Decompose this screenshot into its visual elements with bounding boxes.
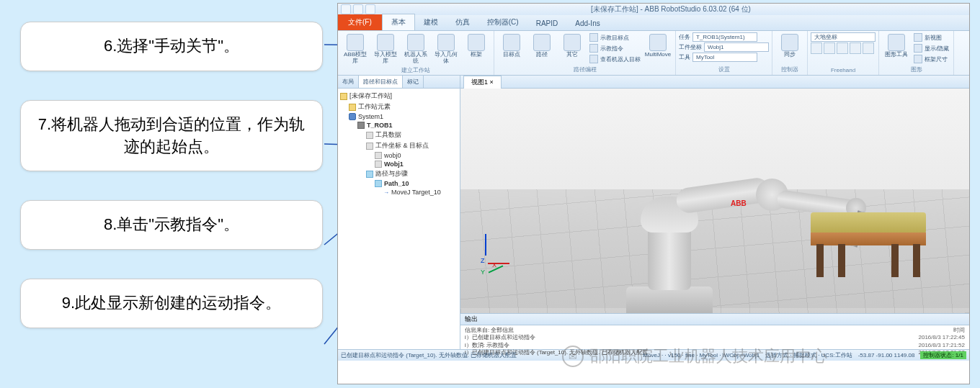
callout-step6: 6.选择"手动关节"。: [20, 22, 323, 71]
callout-step7: 7.将机器人拖动到合适的位置，作为轨迹的起始点。: [20, 100, 323, 172]
status-coords: -53.87 -91.00 1149.08: [858, 352, 915, 358]
btn-graphics-tool[interactable]: 图形工具: [882, 32, 911, 60]
btn-frame-size[interactable]: 框架尺寸: [912, 54, 950, 64]
task-select[interactable]: T_ROB1(System1): [692, 32, 757, 42]
controller-status: 控制器状态: 1/1: [920, 351, 966, 359]
file-tab[interactable]: 文件(F): [338, 14, 382, 30]
btn-path[interactable]: 路径: [527, 32, 556, 60]
geometry-icon: [437, 34, 455, 51]
abb-logo: ABB: [731, 199, 747, 207]
tab-controller[interactable]: 控制器(C): [478, 14, 527, 30]
robot-task-icon: [357, 122, 365, 129]
wobj-item-icon: [375, 152, 382, 159]
status-move: MoveJ · · v150 · fine · MyTool · \WObj:=…: [643, 352, 760, 358]
group-settings-title: 设置: [679, 66, 769, 73]
show-hide-icon: [914, 44, 922, 53]
ribbon-tabs: 文件(F) 基本 建模 仿真 控制器(C) RAPID Add-Ins: [338, 15, 969, 31]
group-build-title: 建立工作站: [341, 66, 491, 74]
window-title: [未保存工作站] - ABB RobotStudio 6.03.02 (64 位…: [375, 4, 966, 14]
tree-paths-procs[interactable]: 路径与步骤: [340, 168, 458, 179]
tree-trob1[interactable]: T_ROB1: [340, 121, 458, 130]
btn-other[interactable]: 其它: [558, 32, 587, 60]
freehand-move-icon[interactable]: [811, 42, 822, 54]
coord-select[interactable]: 大地坐标: [811, 32, 876, 42]
btn-view-robot-targets[interactable]: 查看机器人目标: [588, 54, 642, 64]
frame-icon: [468, 34, 485, 51]
tree-wobj0[interactable]: wobj0: [340, 151, 458, 160]
title-bar: [未保存工作站] - ABB RobotStudio 6.03.02 (64 位…: [338, 4, 969, 15]
tool-select[interactable]: MyTool: [692, 53, 757, 62]
btn-teach-target[interactable]: 示教目标点: [588, 32, 642, 42]
btn-show-hide[interactable]: 显示/隐藏: [912, 43, 950, 53]
move-instr-icon: →: [383, 189, 389, 196]
import-lib-icon: [377, 34, 394, 51]
wobj-icon: [366, 143, 373, 150]
wobj-select[interactable]: Wobj1: [704, 42, 769, 52]
tree-view[interactable]: [未保存工作站] 工作站元素 System1 T_ROB1 工具数据 工件坐标 …: [338, 89, 460, 349]
group-ctrl-title: 控制器: [775, 66, 804, 73]
panel-tab-layout[interactable]: 布局: [338, 76, 359, 88]
qat-undo-icon[interactable]: [353, 4, 363, 14]
browser-panel: 布局 路径和目标点 标记 [未保存工作站] 工作站元素 System1 T_RO…: [338, 76, 460, 349]
station-icon: [340, 93, 347, 100]
btn-frame[interactable]: 框架: [462, 32, 491, 60]
btn-teach-instruction[interactable]: 示教指令: [588, 43, 642, 53]
path-icon: [533, 34, 551, 51]
tree-station-elements[interactable]: 工作站元素: [340, 101, 458, 112]
btn-import-geom[interactable]: 导入几何体: [432, 32, 460, 66]
btn-target[interactable]: 目标点: [497, 32, 526, 60]
qat-save-icon[interactable]: [341, 4, 351, 14]
tree-tooldata[interactable]: 工具数据: [340, 130, 458, 140]
eye-icon: [888, 34, 905, 51]
tab-basic[interactable]: 基本: [382, 14, 415, 30]
callout-step9: 9.此处显示新创建的运动指令。: [20, 279, 323, 328]
tree-path10[interactable]: Path_10: [340, 179, 458, 188]
tab-rapid[interactable]: RAPID: [527, 17, 567, 30]
view-tab-1[interactable]: 视图1 ×: [463, 76, 502, 89]
freehand-jog-linear-icon[interactable]: [850, 42, 861, 54]
callout-step8: 8.单击"示教指令"。: [20, 200, 323, 250]
work-fixture[interactable]: [811, 212, 926, 277]
robot-lib-icon: [347, 34, 364, 51]
group-graphics-title: 图形: [882, 66, 950, 73]
tree-movej-target10[interactable]: →MoveJ Target_10: [340, 188, 458, 197]
tab-addins[interactable]: Add-Ins: [566, 17, 608, 30]
setting-task: 任务T_ROB1(System1): [679, 32, 769, 42]
freehand-rotate-icon[interactable]: [824, 42, 835, 54]
output-time-2: 2016/8/3 17:21:52: [918, 342, 965, 349]
output-line-1: i）已创建目标点和运动指令: [465, 334, 648, 341]
panel-tab-tags[interactable]: 标记: [403, 76, 424, 88]
tab-simulation[interactable]: 仿真: [447, 14, 478, 30]
btn-abb-lib[interactable]: ABB模型库: [341, 32, 370, 66]
output-line-2: i）数消: 示教指令: [465, 342, 648, 349]
tree-system1[interactable]: System1: [340, 112, 458, 121]
robot-system-icon: [407, 34, 424, 51]
btn-multimove[interactable]: MultiMove: [643, 32, 672, 60]
btn-sync[interactable]: 同步: [775, 32, 804, 60]
output-tab[interactable]: 输出: [465, 315, 478, 324]
output-time-label: 时间: [918, 327, 965, 334]
tree-root[interactable]: [未保存工作站]: [340, 91, 458, 101]
tab-modeling[interactable]: 建模: [415, 14, 447, 30]
setting-wobj: 工件坐标Wobj1: [679, 42, 769, 52]
setting-tool: 工具MyTool: [679, 53, 769, 62]
status-selection: 选择方式 · 捕捉模式 · UCS:工作站: [765, 351, 852, 359]
btn-import-lib[interactable]: 导入模型库: [371, 32, 400, 66]
group-freehand-title: Freehand: [811, 67, 876, 73]
frame-size-icon: [914, 55, 922, 63]
qat-redo-icon[interactable]: [365, 4, 375, 14]
tree-wobj1[interactable]: Wobj1: [340, 160, 458, 168]
teach-instr-icon: [589, 44, 598, 53]
btn-new-view[interactable]: 新视图: [912, 32, 950, 42]
status-message: 已创建目标点和运动指令 (Target_10). 无外轴数值. 已存储机器人配置: [341, 351, 517, 359]
tooldata-icon: [366, 132, 373, 139]
btn-robot-system[interactable]: 机器人系统: [401, 32, 430, 66]
new-view-icon: [914, 33, 922, 42]
tree-wobj-targets[interactable]: 工件坐标 & 目标点: [340, 140, 458, 151]
3d-viewport[interactable]: ABB Z Y X: [460, 89, 969, 313]
panel-tab-paths[interactable]: 路径和目标点: [359, 76, 403, 88]
freehand-jog-joint-icon[interactable]: [837, 42, 848, 54]
other-icon: [564, 34, 581, 51]
freehand-jog-reorient-icon[interactable]: [863, 42, 874, 54]
robot-model[interactable]: ABB: [554, 117, 770, 313]
